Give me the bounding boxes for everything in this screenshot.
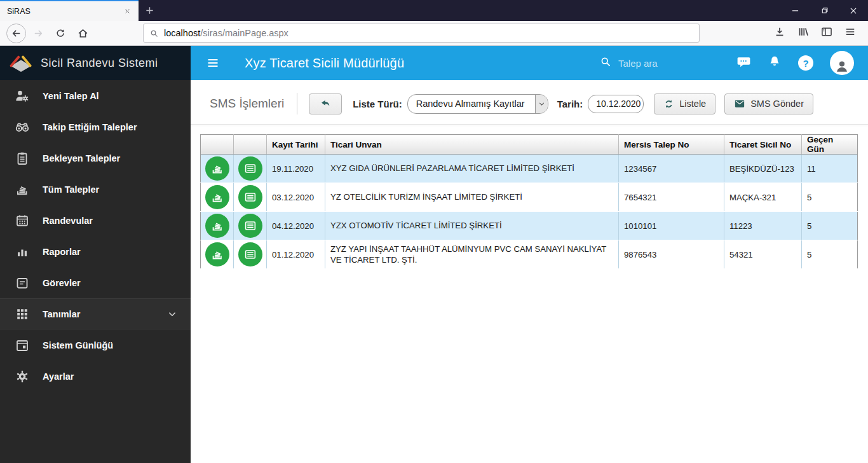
page-title: Xyz Ticaret Sicili Müdürlüğü <box>245 56 404 71</box>
cell-kayit-tarihi: 03.12.2020 <box>267 183 325 212</box>
table-header-row: Kayıt Tarihi Ticari Unvan Mersis Talep N… <box>201 135 858 155</box>
sidebar-item-icon <box>15 338 30 353</box>
sidebar-item-yeni-talep-al[interactable]: Yeni Talep Al <box>0 80 191 111</box>
chevron-down-icon <box>166 308 178 320</box>
row-detail-action-button[interactable] <box>238 242 262 266</box>
browser-titlebar: SiRAS <box>0 0 868 21</box>
sidebar-item-bekleyen-talepler[interactable]: Bekleyen Talepler <box>0 142 191 174</box>
row-stack-action-button[interactable] <box>205 156 229 181</box>
new-tab-button[interactable] <box>139 0 160 21</box>
list-type-selected-value: Randevu Almamış Kayıtlar <box>408 99 535 109</box>
back-undo-button[interactable] <box>309 93 342 114</box>
url-host: localhost <box>164 28 200 38</box>
row-stack-action-button[interactable] <box>205 242 229 266</box>
user-avatar[interactable] <box>830 51 854 75</box>
search-icon <box>599 55 612 71</box>
app-logo-icon <box>9 53 33 73</box>
date-input[interactable]: 10.12.2020 <box>588 95 644 113</box>
cell-ticaret-sicil-no: 54321 <box>724 240 802 269</box>
help-icon[interactable]: ? <box>798 55 813 71</box>
window-close-button[interactable] <box>839 0 868 21</box>
window-restore-button[interactable] <box>810 0 839 21</box>
sms-button-label: SMS Gönder <box>750 99 804 109</box>
col-ticari-unvan: Ticari Unvan <box>325 135 619 155</box>
col-kayit-tarihi: Kayıt Tarihi <box>267 135 325 155</box>
sidebar-item-icon <box>15 213 30 228</box>
sidebar-item-raporlar[interactable]: Raporlar <box>0 236 191 267</box>
table-row: 19.11.2020 XYZ GIDA ÜRÜNLERİ PAZARLAMA T… <box>201 155 858 183</box>
sidebar-item-tanimlar[interactable]: Tanımlar <box>0 298 191 329</box>
notifications-icon[interactable] <box>768 55 782 71</box>
row-stack-action-button[interactable] <box>205 185 229 209</box>
table-row: 03.12.2020 YZ OTELCİLİK TURİZM İNŞAAT Lİ… <box>201 183 858 212</box>
window-controls <box>780 0 868 21</box>
cell-ticari-unvan: XYZ GIDA ÜRÜNLERİ PAZARLAMA TİCARET LİMİ… <box>325 155 619 183</box>
row-detail-action-button[interactable] <box>238 156 262 181</box>
row-detail-action-button[interactable] <box>238 185 262 209</box>
browser-toolbar: localhost/siras/mainPage.aspx <box>0 21 868 46</box>
records-table: Kayıt Tarihi Ticari Unvan Mersis Talep N… <box>200 134 858 269</box>
sidebar-item-tum-talepler[interactable]: Tüm Talepler <box>0 174 191 205</box>
cell-gecen-gun: 5 <box>802 240 858 269</box>
sidebar-toggle-button[interactable] <box>820 25 833 41</box>
sidebar-item-label: Yeni Talep Al <box>43 91 99 101</box>
search-input[interactable]: Talep ara <box>599 55 695 71</box>
forward-button[interactable] <box>28 23 48 43</box>
sidebar-item-label: Raporlar <box>43 247 81 257</box>
col-mersis-talep-no: Mersis Talep No <box>619 135 724 155</box>
browser-tab[interactable]: SiRAS <box>0 0 139 21</box>
menu-button[interactable] <box>844 25 857 41</box>
url-path: /siras/mainPage.aspx <box>200 28 288 38</box>
sidebar-item-label: Bekleyen Talepler <box>43 153 120 163</box>
section-heading: SMS İşlemleri <box>210 97 284 111</box>
sidebar-item-icon <box>15 244 30 259</box>
chevron-down-icon[interactable] <box>535 95 548 113</box>
sidebar-item-ayarlar[interactable]: Ayarlar <box>0 361 191 392</box>
home-button[interactable] <box>72 23 93 43</box>
cell-kayit-tarihi: 01.12.2020 <box>267 240 325 269</box>
sidebar-item-icon <box>15 275 30 291</box>
cell-ticari-unvan: YZX OTOMOTİV TİCARET LİMİTED ŞİRKETİ <box>325 212 619 240</box>
hamburger-menu-icon[interactable] <box>205 55 220 71</box>
sidebar-item-gorevler[interactable]: Görevler <box>0 267 191 298</box>
table-row: 04.12.2020 YZX OTOMOTİV TİCARET LİMİTED … <box>201 212 858 240</box>
sidebar-item-label: Görevler <box>43 278 81 288</box>
app-brand-name: Sicil Randevu Sistemi <box>41 57 158 70</box>
cell-kayit-tarihi: 04.12.2020 <box>267 212 325 240</box>
sidebar-item-icon <box>15 182 30 197</box>
window-minimize-button[interactable] <box>780 0 810 21</box>
library-button[interactable] <box>797 25 810 41</box>
search-icon <box>149 29 159 38</box>
cell-ticaret-sicil-no: BEŞİKDÜZÜ-123 <box>724 155 802 183</box>
action-toolbar: SMS İşlemleri Liste Türü: Randevu Almamı… <box>191 80 868 124</box>
list-type-select[interactable]: Randevu Almamış Kayıtlar <box>407 94 548 114</box>
cell-ticari-unvan: YZ OTELCİLİK TURİZM İNŞAAT LİMİTED ŞİRKE… <box>325 183 619 212</box>
sidebar-item-label: Tüm Talepler <box>43 184 99 195</box>
sidebar-item-label: Ayarlar <box>43 371 74 382</box>
sidebar-item-icon <box>15 369 30 384</box>
table-row: 01.12.2020 ZYZ YAPI İNŞAAT TAAHHÜT ALÜMİ… <box>201 240 858 269</box>
row-stack-action-button[interactable] <box>205 214 229 238</box>
search-placeholder: Talep ara <box>618 58 695 69</box>
app-logo: Sicil Randevu Sistemi <box>0 46 191 80</box>
messages-icon[interactable] <box>736 55 751 72</box>
downloads-button[interactable] <box>773 25 786 41</box>
cell-mersis-talep-no: 1010101 <box>619 212 724 240</box>
sidebar-item-label: Tanımlar <box>43 309 80 319</box>
sidebar-item-icon <box>15 120 30 135</box>
sidebar-item-takip-ettigim-talepler[interactable]: Takip Ettiğim Talepler <box>0 111 191 142</box>
tab-close-icon[interactable] <box>121 6 133 17</box>
row-detail-action-button[interactable] <box>238 214 262 238</box>
list-type-label: Liste Türü: <box>353 99 402 109</box>
cell-ticaret-sicil-no: MAÇKA-321 <box>724 183 802 212</box>
reload-button[interactable] <box>50 23 71 43</box>
sidebar-item-randevular[interactable]: Randevular <box>0 205 191 236</box>
toolbar-separator <box>191 124 868 125</box>
col-action2 <box>234 135 267 155</box>
sidebar-item-sistem-gunlugu[interactable]: Sistem Günlüğü <box>0 329 191 361</box>
sms-send-button[interactable]: SMS Gönder <box>724 93 813 114</box>
url-bar[interactable]: localhost/siras/mainPage.aspx <box>143 24 700 43</box>
list-button[interactable]: Listele <box>654 93 715 114</box>
cell-ticari-unvan: ZYZ YAPI İNŞAAT TAAHHÜT ALÜMİNYUM PVC CA… <box>325 240 619 269</box>
back-button[interactable] <box>6 24 26 43</box>
